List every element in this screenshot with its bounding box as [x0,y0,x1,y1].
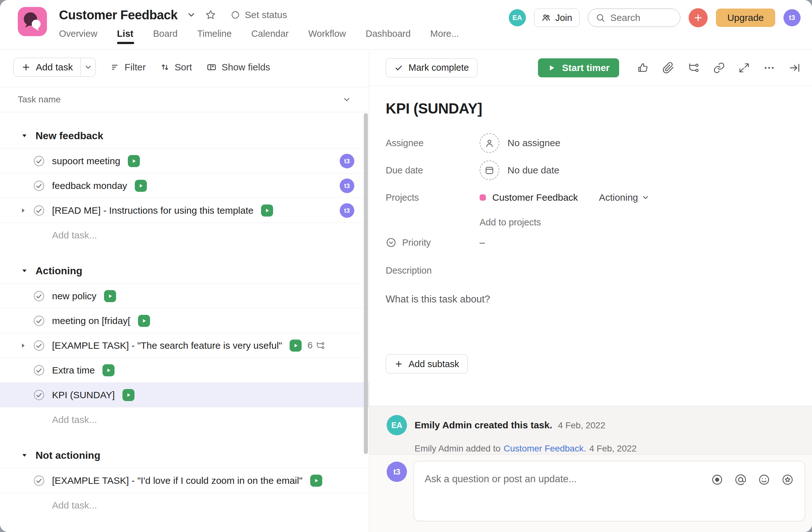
check-circle-icon[interactable] [33,389,45,401]
task-row-read-me-instructions-for-using-this-temp[interactable]: [READ ME] - Instructions for using this … [0,198,369,223]
section-header-actioning[interactable]: Actioning [0,258,369,283]
add-task-button[interactable]: Add task [14,58,81,76]
filter-button[interactable]: Filter [111,62,146,73]
task-row-feedback-monday[interactable]: feedback mondayt3 [0,173,369,198]
add-task-caret-button[interactable] [81,58,96,76]
column-header-task-name[interactable]: Task name [0,87,369,112]
task-play-button[interactable] [128,155,140,167]
more-options-button[interactable] [763,62,775,74]
add-task-row[interactable]: Add task... [0,407,369,432]
task-row-example-task-i-d-love-if-i-could-zoom-in[interactable]: [EXAMPLE TASK] - "I'd love if I could zo… [0,468,369,493]
search-input[interactable]: Search [588,9,680,27]
attach-button[interactable] [662,62,675,74]
due-date-placeholder[interactable] [480,160,499,180]
avatar-ea[interactable]: EA [387,415,407,435]
check-circle-icon[interactable] [33,475,45,487]
assignee-avatar-placeholder[interactable] [480,133,499,153]
task-name[interactable]: [EXAMPLE TASK] - "I'd love if I could zo… [52,475,303,486]
check-circle-icon[interactable] [33,180,45,192]
fullscreen-button[interactable] [738,62,750,74]
record-button[interactable] [711,473,724,486]
start-timer-button[interactable]: Start timer [538,58,619,77]
task-name[interactable]: KPI (SUNDAY] [52,390,115,400]
task-row-extra-time[interactable]: Extra time [0,358,369,382]
task-assignee-avatar[interactable]: t3 [340,154,354,168]
task-name[interactable]: feedback monday [52,180,127,191]
project-logo[interactable] [18,7,47,36]
add-task-row[interactable]: Add task... [0,223,369,247]
avatar-ea[interactable]: EA [509,9,526,26]
favorite-star-icon[interactable] [205,9,216,20]
mention-button[interactable] [734,473,747,486]
activity-project-link[interactable]: Customer Feedback. [504,444,586,454]
add-subtask-button[interactable]: Add subtask [386,354,468,373]
task-row-kpi-sunday[interactable]: KPI (SUNDAY] [0,382,369,407]
sort-button[interactable]: Sort [160,62,192,73]
task-row-meeting-on-friday[interactable]: meeting on [friday[ [0,308,369,333]
chevron-down-icon[interactable] [342,95,351,104]
add-task-row[interactable]: Add task... [0,493,369,517]
task-assignee-avatar[interactable]: t3 [340,203,354,218]
check-circle-icon[interactable] [33,364,45,376]
appreciation-button[interactable] [781,473,794,486]
like-button[interactable] [637,62,649,74]
task-name[interactable]: Extra time [52,365,95,376]
tab-more[interactable]: More... [431,29,459,46]
set-status-button[interactable]: Set status [231,10,287,20]
check-circle-icon[interactable] [33,340,45,352]
task-play-button[interactable] [290,340,302,352]
section-header-not-actioning[interactable]: Not actioning [0,443,369,468]
check-circle-icon[interactable] [33,389,45,401]
join-button[interactable]: Join [534,9,580,27]
check-circle-icon[interactable] [33,290,45,302]
check-circle-icon[interactable] [33,315,45,327]
title-chevron-down-icon[interactable] [187,10,196,20]
upgrade-button[interactable]: Upgrade [716,9,775,27]
comment-input[interactable]: Ask a question or post an update... [414,461,805,521]
avatar-t3[interactable]: t3 [783,9,801,26]
task-play-button[interactable] [122,389,134,401]
tab-timeline[interactable]: Timeline [197,29,232,46]
close-panel-button[interactable] [788,62,801,74]
check-circle-icon[interactable] [33,290,45,302]
task-name[interactable]: new policy [52,291,97,301]
triangle-expand-icon[interactable] [20,207,27,214]
task-name[interactable]: [READ ME] - Instructions for using this … [52,205,253,216]
priority-value[interactable]: – [480,237,485,248]
check-circle-icon[interactable] [33,340,45,352]
task-name[interactable]: supoort meeting [52,156,120,166]
assignee-value[interactable]: No assignee [508,137,561,148]
tab-workflow[interactable]: Workflow [308,29,346,46]
tab-overview[interactable]: Overview [59,29,97,46]
check-circle-icon[interactable] [33,205,45,217]
expand-slot[interactable] [20,342,33,349]
check-circle-icon[interactable] [33,364,45,376]
copy-link-button[interactable] [713,62,725,74]
emoji-button[interactable] [758,473,770,486]
show-fields-button[interactable]: Show fields [206,62,270,73]
check-circle-icon[interactable] [33,315,45,327]
task-assignee-avatar[interactable]: t3 [340,178,354,193]
triangle-collapse-icon[interactable] [21,132,28,139]
task-row-new-policy[interactable]: new policy [0,283,369,308]
task-play-button[interactable] [138,315,150,327]
task-name[interactable]: [EXAMPLE TASK] - "The search feature is … [52,340,282,351]
subtasks-button[interactable] [688,62,700,74]
triangle-collapse-icon[interactable] [21,267,28,274]
triangle-expand-icon[interactable] [20,342,27,349]
check-circle-icon[interactable] [33,155,45,167]
task-play-button[interactable] [261,205,273,217]
check-circle-icon[interactable] [33,475,45,487]
check-circle-icon[interactable] [33,180,45,192]
tab-list[interactable]: List [117,29,133,46]
tab-board[interactable]: Board [153,29,177,46]
task-name[interactable]: meeting on [friday[ [52,315,130,326]
triangle-collapse-icon[interactable] [21,452,28,459]
task-row-example-task-the-search-feature-is-very-[interactable]: [EXAMPLE TASK] - "The search feature is … [0,333,369,358]
expand-slot[interactable] [20,207,33,214]
task-play-button[interactable] [310,475,322,487]
tab-dashboard[interactable]: Dashboard [366,29,411,46]
task-play-button[interactable] [135,180,147,192]
create-button[interactable] [688,8,708,27]
scrollbar-thumb[interactable] [364,113,368,454]
